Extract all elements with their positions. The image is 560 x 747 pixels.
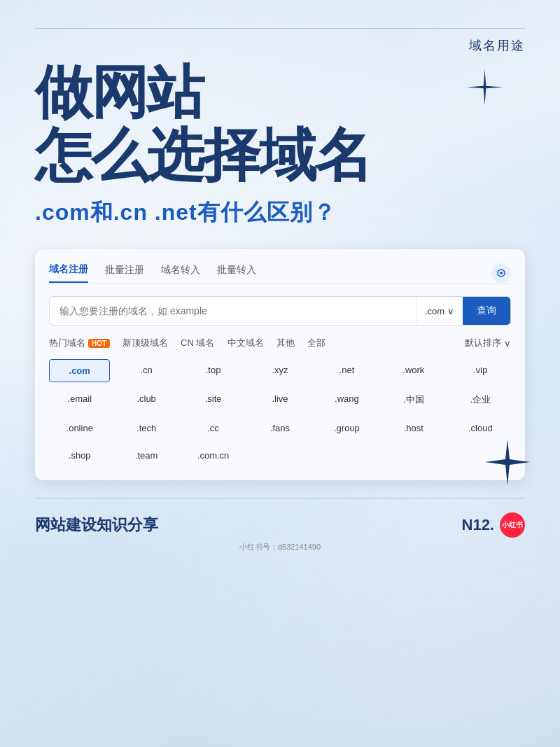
domain-empty-1 bbox=[249, 445, 310, 466]
bottom-right-area: N12. 小红书 bbox=[462, 512, 525, 538]
star-decoration-top bbox=[465, 68, 504, 114]
domain-tech[interactable]: .tech bbox=[115, 417, 176, 439]
filter-hot-domains[interactable]: 热门域名 HOT bbox=[49, 337, 110, 349]
bottom-section: 网站建设知识分享 N12. 小红书 bbox=[35, 505, 525, 538]
main-title: 做网站 怎么选择域名 bbox=[35, 61, 525, 187]
domain-china[interactable]: .中国 bbox=[383, 388, 444, 412]
domain-work[interactable]: .work bbox=[383, 359, 444, 382]
tab-domain-transfer[interactable]: 域名转入 bbox=[161, 264, 200, 282]
category-label: 域名用途 bbox=[469, 39, 525, 53]
domain-top[interactable]: .top bbox=[183, 359, 244, 382]
filter-chinese-domains[interactable]: 中文域名 bbox=[227, 337, 264, 349]
domain-cn[interactable]: .cn bbox=[115, 359, 176, 382]
domain-team[interactable]: .team bbox=[115, 445, 176, 466]
star-decoration-bottom bbox=[483, 438, 532, 489]
filter-other[interactable]: 其他 bbox=[276, 337, 295, 349]
domain-suffix-selector[interactable]: .com ∨ bbox=[416, 297, 463, 325]
bottom-divider bbox=[35, 498, 525, 498]
domain-card: 域名注册 批量注册 域名转入 批量转入 .com ∨ 查询 bbox=[35, 249, 525, 480]
domain-live[interactable]: .live bbox=[249, 388, 310, 412]
domain-wang[interactable]: .wang bbox=[316, 388, 377, 412]
tab-domain-register[interactable]: 域名注册 bbox=[49, 263, 88, 283]
search-input[interactable] bbox=[50, 298, 416, 323]
subtitle: .com和.cn .net有什么区别？ bbox=[35, 197, 525, 228]
filter-new-tld[interactable]: 新顶级域名 bbox=[122, 337, 168, 349]
bottom-right-text: N12. bbox=[462, 516, 494, 534]
domain-site[interactable]: .site bbox=[183, 388, 244, 412]
sort-option[interactable]: 默认排序 ∨ bbox=[465, 337, 511, 349]
domain-host[interactable]: .host bbox=[383, 417, 444, 439]
svg-point-1 bbox=[500, 272, 503, 274]
title-line2: 怎么选择域名 bbox=[35, 124, 525, 187]
xiaohongshu-badge: 小红书 bbox=[500, 512, 525, 538]
domain-empty-2 bbox=[316, 445, 377, 466]
tab-batch-register[interactable]: 批量注册 bbox=[105, 264, 144, 282]
tabs-row: 域名注册 批量注册 域名转入 批量转入 bbox=[49, 263, 511, 284]
domain-enterprise[interactable]: .企业 bbox=[450, 388, 511, 412]
tab-batch-transfer[interactable]: 批量转入 bbox=[217, 264, 256, 282]
domain-group[interactable]: .group bbox=[316, 417, 377, 439]
bottom-left-text: 网站建设知识分享 bbox=[35, 515, 158, 536]
filter-all[interactable]: 全部 bbox=[307, 337, 326, 349]
domain-grid: .com .cn .top .xyz .net .work .vip .emai… bbox=[49, 359, 511, 466]
domain-club[interactable]: .club bbox=[115, 388, 176, 412]
settings-icon[interactable] bbox=[491, 263, 511, 283]
domain-xyz[interactable]: .xyz bbox=[249, 359, 310, 382]
domain-net[interactable]: .net bbox=[316, 359, 377, 382]
filter-cn-domains[interactable]: CN 域名 bbox=[181, 337, 214, 349]
domain-email[interactable]: .email bbox=[49, 388, 110, 412]
domain-empty-3 bbox=[383, 445, 444, 466]
title-line1: 做网站 bbox=[35, 61, 525, 124]
domain-com[interactable]: .com bbox=[49, 359, 110, 382]
domain-comcn[interactable]: .com.cn bbox=[183, 445, 244, 466]
watermark: 小红书号：d532141490 bbox=[35, 542, 525, 552]
page-wrapper: 域名用途 做网站 怎么选择域名 .com和.cn .net有什么区别？ 域名注册… bbox=[0, 0, 560, 747]
main-content: 域名用途 做网站 怎么选择域名 .com和.cn .net有什么区别？ 域名注册… bbox=[0, 0, 560, 573]
domain-online[interactable]: .online bbox=[49, 417, 110, 439]
search-bar[interactable]: .com ∨ 查询 bbox=[49, 296, 511, 326]
category-tag: 域名用途 bbox=[35, 37, 525, 54]
domain-shop[interactable]: .shop bbox=[49, 445, 110, 466]
domain-vip[interactable]: .vip bbox=[450, 359, 511, 382]
domain-fans[interactable]: .fans bbox=[249, 417, 310, 439]
domain-cc[interactable]: .cc bbox=[183, 417, 244, 439]
search-button[interactable]: 查询 bbox=[463, 297, 510, 325]
hot-badge: HOT bbox=[88, 339, 110, 348]
domain-cloud[interactable]: .cloud bbox=[450, 417, 511, 439]
top-divider bbox=[35, 28, 525, 29]
filter-tabs: 热门域名 HOT 新顶级域名 CN 域名 中文域名 其他 全部 默认排序 ∨ bbox=[49, 337, 511, 349]
